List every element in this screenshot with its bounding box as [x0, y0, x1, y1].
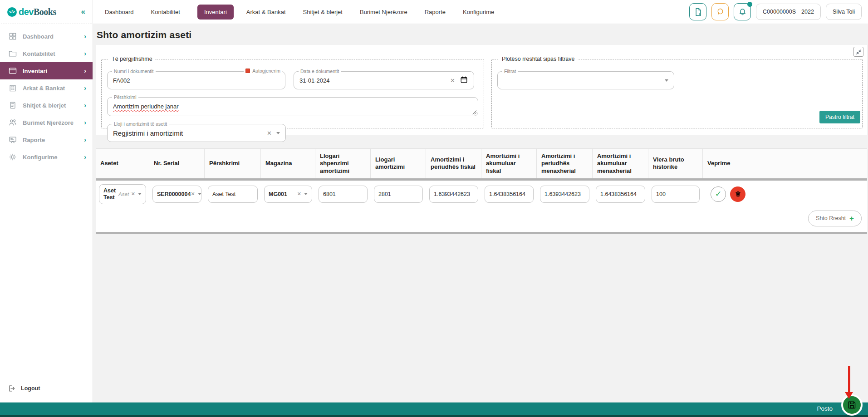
clear-date-icon[interactable]: ✕ [450, 77, 455, 84]
column-header: Përshkrimi [205, 149, 261, 178]
asset-secondary-value: Aset T... [118, 191, 131, 197]
confirm-row-button[interactable]: ✓ [711, 186, 726, 202]
asset-select[interactable]: Aset Test Aset T... ✕ [99, 184, 146, 204]
company-selector-button[interactable]: C00000000S2022 [756, 4, 821, 20]
calendar-icon[interactable] [460, 75, 468, 86]
filter-label: Filtrat [502, 69, 518, 74]
nav-item-konfigurime[interactable]: Konfigurime [463, 9, 494, 15]
serial-value: SER0000004 [157, 191, 191, 197]
logo: </> dev Books « [0, 0, 93, 24]
nav-item-kontabilitet[interactable]: Kontabilitet [151, 9, 180, 15]
document-number-value: FA002 [113, 77, 130, 84]
autogenerate-checkbox-box[interactable] [245, 69, 250, 73]
clear-filters-button[interactable]: Pastro filtrat [819, 111, 860, 123]
asset-rows-table: Asetet Nr. Serial Përshkrimi Magazina Ll… [96, 148, 867, 234]
add-row-button[interactable]: Shto Rresht + [808, 211, 862, 226]
nav-item-raporte[interactable]: Raporte [425, 9, 446, 15]
brand-name-suffix: Books [34, 7, 56, 17]
gross-historic-value-input[interactable]: 100 [652, 186, 700, 203]
column-header: Amortizimi i akumuluar menaxherial [593, 149, 648, 178]
chat-button[interactable] [711, 3, 729, 20]
sidebar-item-burimet-njerezore[interactable]: Burimet Njerëzore › [0, 114, 93, 131]
description-field[interactable]: Përshkrimi Amortizim periudhe janar [107, 97, 478, 116]
column-header: Amortizimi i akumuluar fiskal [481, 149, 537, 178]
accumulated-amort-fiscal-input[interactable]: 1.6438356164 [485, 186, 534, 203]
column-header: Nr. Serial [149, 149, 205, 178]
folder-icon [8, 49, 17, 58]
sidebar-item-inventari[interactable]: Inventari › [0, 62, 93, 79]
notifications-button[interactable] [734, 3, 751, 20]
chevron-down-icon[interactable] [138, 193, 142, 195]
filter-select[interactable]: Filtrat [497, 71, 674, 89]
chevron-down-icon[interactable] [276, 132, 280, 134]
row-description-input[interactable]: Aset Test [208, 186, 258, 203]
accumulated-amort-managerial-input[interactable]: 1.6438356164 [596, 186, 645, 203]
description-label: Përshkrimi [112, 94, 138, 100]
post-label: Posto [817, 405, 833, 412]
footer-action-bar: Posto [0, 402, 868, 417]
nav-item-arkat-bankat[interactable]: Arkat & Bankat [246, 9, 286, 15]
document-number-label: Numri i dokumentit [112, 69, 156, 74]
logout-label: Logout [21, 385, 40, 392]
column-header: Vlera bruto historike [648, 149, 703, 178]
amortization-account-input[interactable]: 2801 [374, 186, 423, 203]
clear-asset-icon[interactable]: ✕ [131, 191, 135, 197]
clear-warehouse-icon[interactable]: ✕ [297, 191, 301, 197]
nav-item-burimet-njerezore[interactable]: Burimet Njerëzore [360, 9, 407, 15]
main-content: Shto amortizim aseti Të përgjithshme Num… [93, 24, 868, 402]
add-row-label: Shto Rresht [816, 215, 846, 221]
sidebar-item-label: Shitjet & blerjet [23, 102, 66, 109]
clear-type-icon[interactable]: ✕ [267, 130, 272, 137]
sidebar-item-shitjet-blerjet[interactable]: Shitjet & blerjet › [0, 97, 93, 114]
export-document-button[interactable] [689, 3, 706, 20]
notification-badge [747, 2, 752, 7]
textarea-resize-handle[interactable] [472, 110, 476, 114]
receipt-icon [8, 101, 17, 110]
nav-item-inventari[interactable]: Inventari [197, 5, 234, 20]
sidebar-item-raporte[interactable]: Raporte › [0, 131, 93, 148]
period-amort-managerial-input[interactable]: 1.6393442623 [540, 186, 589, 203]
sidebar-collapse-button[interactable]: « [81, 7, 85, 16]
sidebar-item-kontabilitet[interactable]: Kontabilitet › [0, 45, 93, 62]
logout-button[interactable]: Logout [0, 381, 93, 396]
period-amort-managerial-value: 1.6393442623 [544, 191, 581, 197]
card-icon [8, 66, 17, 75]
column-header: Amortizimi i periudhës fiskal [426, 149, 481, 178]
amortization-type-value: Regjistrimi i amortizimit [113, 129, 183, 137]
serial-select[interactable]: SER0000004 ✕ [152, 186, 201, 203]
column-header: Magazina [261, 149, 315, 178]
company-code: C00000000S [763, 9, 796, 15]
document-date-field[interactable]: Data e dokumentit 31-01-2024 ✕ [294, 71, 474, 89]
save-button[interactable] [841, 394, 863, 416]
sidebar-item-arkat-bankat[interactable]: Arkat & Bankat › [0, 79, 93, 97]
save-icon [847, 400, 857, 410]
chevron-right-icon: › [84, 153, 86, 161]
description-value: Amortizim periudhe janar [113, 103, 179, 110]
amortization-type-select[interactable]: Lloji i amortizimit të asetit Regjistrim… [107, 124, 286, 142]
nav-item-shitjet-blerjet[interactable]: Shitjet & blerjet [303, 9, 343, 15]
chevron-down-icon[interactable] [665, 79, 668, 82]
row-description-value: Aset Test [212, 191, 235, 197]
user-menu-button[interactable]: Silva Toli [826, 4, 862, 20]
chevron-right-icon: › [84, 102, 86, 109]
gear-icon [8, 152, 17, 162]
expense-account-input[interactable]: 6801 [319, 186, 368, 203]
sidebar-item-konfigurime[interactable]: Konfigurime › [0, 148, 93, 166]
delete-row-button[interactable] [730, 186, 745, 202]
period-amort-fiscal-input[interactable]: 1.6393442623 [429, 186, 478, 203]
document-number-field[interactable]: Numri i dokumentit FA002 Autogjenerim [107, 71, 285, 89]
chevron-right-icon: › [84, 50, 86, 57]
nav-item-dashboard[interactable]: Dashboard [105, 9, 134, 15]
people-icon [8, 118, 17, 127]
clear-serial-icon[interactable]: ✕ [191, 191, 195, 197]
warehouse-select[interactable]: MG001 ✕ [264, 186, 312, 203]
chevron-down-icon[interactable] [304, 193, 308, 195]
sidebar-item-label: Arkat & Bankat [23, 85, 65, 92]
autogenerate-checkbox[interactable]: Autogjenerim [244, 68, 282, 74]
top-navbar: Dashboard Kontabilitet Inventari Arkat &… [93, 0, 868, 24]
sidebar-item-label: Konfigurime [23, 154, 58, 161]
chevron-down-icon[interactable] [198, 193, 201, 195]
sidebar-item-dashboard[interactable]: Dashboard › [0, 28, 93, 45]
collapse-panel-button[interactable] [853, 47, 863, 57]
horizontal-scrollbar[interactable] [96, 232, 867, 234]
